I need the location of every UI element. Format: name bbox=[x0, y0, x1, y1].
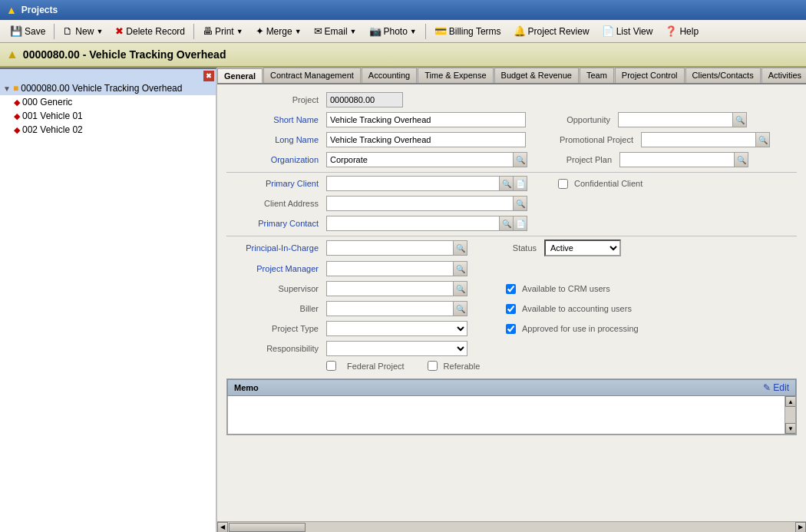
opportunity-input[interactable] bbox=[618, 112, 733, 127]
tab-activities[interactable]: Activities bbox=[761, 68, 806, 83]
separator-3 bbox=[425, 24, 426, 39]
memo-edit-button[interactable]: ✎ Edit bbox=[763, 382, 789, 393]
memo-scrollbar: ▲ ▼ bbox=[785, 396, 795, 434]
primary-client-doc-button[interactable]: 📄 bbox=[514, 176, 527, 191]
organization-input[interactable] bbox=[326, 152, 514, 167]
project-review-icon: 🔔 bbox=[514, 25, 526, 37]
delete-label: Delete Record bbox=[126, 26, 185, 37]
promotional-project-input-group: 🔍 bbox=[641, 132, 770, 147]
available-crm-label: Available to CRM users bbox=[522, 284, 610, 293]
responsibility-row: Responsibility bbox=[226, 341, 797, 356]
memo-title: Memo bbox=[234, 383, 259, 392]
memo-header: Memo ✎ Edit bbox=[227, 379, 796, 396]
principal-input-group: 🔍 bbox=[326, 240, 467, 256]
responsibility-label: Responsibility bbox=[226, 344, 319, 353]
primary-contact-input[interactable] bbox=[326, 216, 500, 231]
new-button[interactable]: 🗋 New ▼ bbox=[58, 23, 108, 39]
save-button[interactable]: 💾 Save bbox=[5, 23, 51, 39]
available-crm-checkbox[interactable] bbox=[506, 284, 516, 294]
project-manager-row: Project Manager 🔍 bbox=[226, 261, 797, 276]
promotional-project-input[interactable] bbox=[641, 132, 756, 147]
promotional-project-search-button[interactable]: 🔍 bbox=[756, 132, 770, 147]
new-icon: 🗋 bbox=[63, 25, 73, 37]
project-plan-label: Project Plan bbox=[550, 155, 612, 164]
primary-client-search-button[interactable]: 🔍 bbox=[500, 176, 514, 191]
supervisor-search-button[interactable]: 🔍 bbox=[454, 281, 467, 296]
principal-in-charge-label: Principal-In-Charge bbox=[226, 243, 319, 253]
long-name-row: Long Name Promotional Project 🔍 bbox=[226, 132, 797, 147]
project-review-button[interactable]: 🔔 Project Review bbox=[508, 23, 595, 39]
scroll-track[interactable] bbox=[228, 522, 795, 533]
primary-contact-search-button[interactable]: 🔍 bbox=[500, 216, 514, 231]
client-address-input[interactable] bbox=[326, 196, 514, 211]
help-icon: ❓ bbox=[665, 25, 677, 37]
divider-1 bbox=[226, 172, 797, 173]
scroll-thumb[interactable] bbox=[229, 523, 306, 532]
email-button[interactable]: ✉ Email ▼ bbox=[309, 23, 362, 39]
tab-time-expense[interactable]: Time & Expense bbox=[418, 68, 493, 83]
memo-scroll-down-button[interactable]: ▼ bbox=[785, 423, 796, 434]
available-accounting-label: Available to accounting users bbox=[522, 304, 632, 313]
tab-clients-contacts[interactable]: Clients/Contacts bbox=[685, 68, 761, 83]
primary-contact-doc-button[interactable]: 📄 bbox=[514, 216, 527, 231]
tab-accounting[interactable]: Accounting bbox=[362, 68, 417, 83]
supervisor-input[interactable] bbox=[326, 281, 454, 296]
status-select[interactable]: Active bbox=[544, 240, 621, 256]
biller-input[interactable] bbox=[326, 301, 454, 316]
project-plan-input[interactable] bbox=[619, 152, 735, 167]
tree-child-000-label: 000 Generic bbox=[22, 97, 72, 107]
tree-root-item[interactable]: ▼ ■ 0000080.00 Vehicle Tracking Overhead bbox=[0, 69, 216, 95]
photo-label: Photo bbox=[384, 26, 408, 37]
tree-close-button[interactable]: ✖ bbox=[203, 71, 214, 81]
tree-child-000[interactable]: ◆ 000 Generic bbox=[0, 95, 216, 109]
title-bar: ▲ Projects bbox=[0, 0, 806, 20]
project-type-select[interactable] bbox=[326, 321, 467, 336]
client-address-search-button[interactable]: 🔍 bbox=[514, 196, 527, 211]
federal-project-checkbox[interactable] bbox=[326, 361, 336, 371]
project-plan-input-group: 🔍 bbox=[619, 152, 748, 167]
tab-contract-management[interactable]: Contract Management bbox=[263, 68, 361, 83]
principal-search-button[interactable]: 🔍 bbox=[454, 240, 467, 256]
responsibility-select[interactable] bbox=[326, 341, 467, 356]
project-type-row: Project Type Approved for use in process… bbox=[226, 321, 797, 336]
scroll-left-button[interactable]: ◀ bbox=[217, 522, 228, 533]
tree-child-001[interactable]: ◆ 001 Vehicle 01 bbox=[0, 109, 216, 123]
confidential-client-checkbox[interactable] bbox=[558, 179, 568, 189]
tab-budget-revenue[interactable]: Budget & Revenue bbox=[494, 68, 579, 83]
scroll-right-button[interactable]: ▶ bbox=[795, 522, 806, 533]
email-dropdown-arrow: ▼ bbox=[350, 28, 357, 35]
list-view-icon: 📄 bbox=[602, 25, 614, 37]
approved-processing-checkbox[interactable] bbox=[506, 324, 516, 334]
billing-terms-button[interactable]: 💳 Billing Terms bbox=[429, 23, 507, 39]
merge-button[interactable]: ✦ Merge ▼ bbox=[250, 23, 307, 39]
delete-button[interactable]: ✖ Delete Record bbox=[110, 23, 190, 39]
memo-scroll-up-button[interactable]: ▲ bbox=[785, 396, 796, 407]
project-manager-search-button[interactable]: 🔍 bbox=[454, 261, 467, 276]
tree-child-002[interactable]: ◆ 002 Vehicle 02 bbox=[0, 123, 216, 137]
project-plan-search-button[interactable]: 🔍 bbox=[735, 152, 748, 167]
available-accounting-checkbox[interactable] bbox=[506, 304, 516, 314]
tab-project-control[interactable]: Project Control bbox=[615, 68, 685, 83]
referable-checkbox[interactable] bbox=[428, 361, 438, 371]
list-view-button[interactable]: 📄 List View bbox=[596, 23, 659, 39]
short-name-row: Short Name Opportunity 🔍 bbox=[226, 112, 797, 127]
long-name-label: Long Name bbox=[226, 135, 319, 144]
print-button[interactable]: 🖶 Print ▼ bbox=[197, 23, 249, 39]
tab-team[interactable]: Team bbox=[580, 68, 614, 83]
memo-edit-label: Edit bbox=[773, 382, 789, 393]
approved-processing-label: Approved for use in processing bbox=[522, 324, 639, 333]
project-input[interactable] bbox=[326, 92, 403, 107]
opportunity-search-button[interactable]: 🔍 bbox=[733, 112, 747, 127]
project-manager-input[interactable] bbox=[326, 261, 454, 276]
photo-button[interactable]: 📷 Photo ▼ bbox=[364, 23, 422, 39]
biller-search-button[interactable]: 🔍 bbox=[454, 301, 467, 316]
long-name-input[interactable] bbox=[326, 132, 526, 147]
project-row: Project bbox=[226, 92, 797, 107]
help-button[interactable]: ❓ Help bbox=[659, 23, 704, 39]
organization-search-button[interactable]: 🔍 bbox=[514, 152, 527, 167]
principal-in-charge-input[interactable] bbox=[326, 240, 454, 256]
primary-client-input[interactable] bbox=[326, 176, 500, 191]
client-address-label: Client Address bbox=[226, 199, 319, 208]
tab-general[interactable]: General bbox=[217, 68, 263, 84]
short-name-input[interactable] bbox=[326, 112, 526, 127]
